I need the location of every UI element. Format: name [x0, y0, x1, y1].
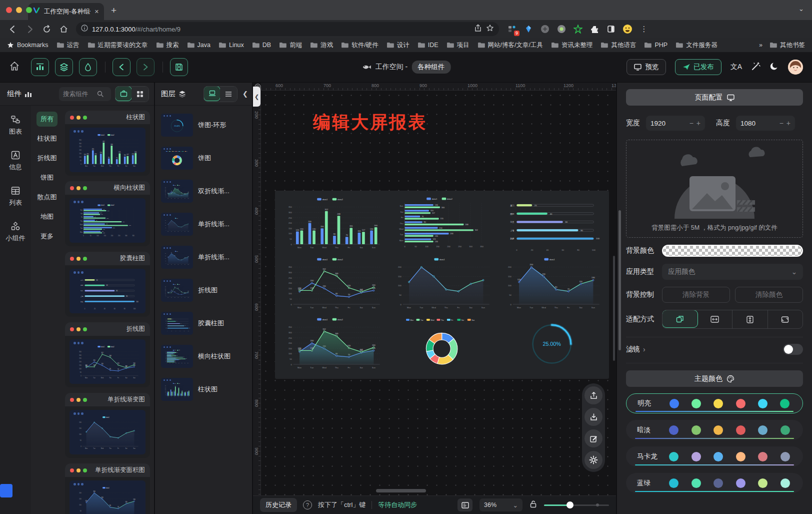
bookmark-folder[interactable]: 游戏	[310, 41, 333, 50]
theme-color-dot[interactable]	[669, 425, 678, 435]
page-config-header[interactable]: 页面配置	[626, 89, 803, 106]
extensions-puzzle-icon[interactable]	[590, 24, 600, 34]
bookmark-folder[interactable]: 软件/硬件	[341, 41, 378, 50]
share-icon[interactable]	[474, 24, 482, 34]
panel-collapse-tab[interactable]: ❮	[253, 87, 260, 107]
layers-panel-toggle-button[interactable]	[55, 58, 73, 76]
widget-capsule[interactable]: 厦门20南阳40北京60上海80新疆100020406080100	[498, 196, 605, 254]
theme-color-dot[interactable]	[736, 425, 746, 435]
theme-color-dot[interactable]	[736, 452, 746, 461]
sidebar-item-list[interactable]: 列表	[3, 182, 28, 210]
theme-color-dot[interactable]	[714, 452, 723, 461]
bookmark-folder[interactable]: PHP	[644, 42, 668, 49]
settings-gear-icon[interactable]	[584, 451, 602, 469]
bookmark-folder[interactable]: 资讯未整理	[551, 41, 593, 50]
bookmark-folder[interactable]: 其他语言	[600, 41, 636, 50]
theme-color-dot[interactable]	[714, 478, 723, 488]
help-icon[interactable]: ?	[303, 500, 312, 509]
component-card[interactable]: 折线图 data1data2050100150200250300350MonTu…	[65, 322, 150, 387]
browser-tab-active[interactable]: 工作空间-各种组件 ✕	[28, 3, 104, 20]
sidebar-item-widgets[interactable]: 小组件	[3, 217, 28, 246]
bookmark-folder[interactable]: 搜索	[156, 41, 179, 50]
theme-color-dot[interactable]	[692, 399, 701, 408]
height-minus-icon[interactable]: −	[780, 119, 784, 127]
redo-button[interactable]	[136, 58, 154, 76]
site-info-icon[interactable]	[81, 25, 88, 34]
layer-item[interactable]: MonTueWedThuFriSatSun 饼图	[159, 144, 248, 173]
extension-sidebar-icon[interactable]: 9	[507, 24, 517, 34]
panel-scrollbar[interactable]	[618, 210, 621, 350]
tab-close-icon[interactable]: ✕	[94, 9, 99, 15]
component-search[interactable]	[59, 87, 111, 101]
bookmark-folder[interactable]: 设计	[386, 41, 410, 50]
theme-color-dot[interactable]	[692, 478, 701, 488]
layer-item[interactable]: data1data2050100150200250300350MonTueWed…	[159, 177, 248, 206]
app-type-select[interactable]: 应用颜色 ⌄	[662, 264, 803, 280]
extension-circle1-icon[interactable]	[540, 24, 550, 34]
layer-item[interactable]: data1data2050100150200250300350MonTueWed…	[159, 276, 248, 305]
address-bar[interactable]: 127.0.0.1:3000/#/chart/home/9	[76, 22, 499, 36]
filter-toggle[interactable]	[783, 344, 803, 355]
width-minus-icon[interactable]: −	[690, 119, 694, 127]
theme-color-dot[interactable]	[780, 452, 790, 461]
zoom-slider[interactable]	[544, 501, 609, 508]
macos-traffic-lights[interactable]	[6, 7, 32, 13]
theme-color-dot[interactable]	[758, 478, 768, 488]
widget-pie[interactable]: MonTueWedThuFriSatSun	[388, 316, 495, 374]
other-bookmarks[interactable]: 其他书签	[770, 41, 805, 50]
theme-color-dot[interactable]	[758, 425, 768, 435]
component-card[interactable]: 单折线渐变面积图 data1050100150200MonTueWedThuFr…	[65, 463, 150, 514]
reading-list-icon[interactable]	[606, 24, 616, 34]
extension-star-icon[interactable]	[573, 24, 583, 34]
height-plus-icon[interactable]: +	[786, 119, 790, 127]
category-item[interactable]: 散点图	[34, 190, 61, 205]
tab-search-chevron-icon[interactable]: ⌄	[798, 5, 804, 13]
export-icon[interactable]	[584, 386, 602, 404]
notes-panel-icon[interactable]	[458, 498, 472, 511]
bookmark-folder[interactable]: 文件服务器	[676, 41, 718, 50]
theme-color-dot[interactable]	[692, 452, 701, 461]
theme-color-header[interactable]: 主题颜色	[626, 370, 803, 387]
component-grid-toggle[interactable]	[132, 87, 148, 102]
layer-item[interactable]: 厦门20南阳40北京60上海80新疆100020406080100 胶囊柱图	[159, 309, 248, 338]
theme-row[interactable]: 明亮	[626, 393, 803, 413]
import-icon[interactable]	[584, 408, 602, 426]
widget-line1[interactable]: data1050100150200MonTueWedThuFriSatSun	[388, 256, 495, 314]
bookmark-folder[interactable]: 运营	[56, 41, 80, 50]
category-item[interactable]: 柱状图	[34, 131, 61, 146]
fit-stretch-button[interactable]	[768, 310, 803, 328]
profile-avatar-icon[interactable]	[622, 24, 632, 34]
publish-button[interactable]: 已发布	[675, 59, 722, 75]
widget-ring[interactable]: 25.00%	[498, 316, 605, 374]
theme-color-dot[interactable]	[758, 452, 768, 461]
collapse-layers-icon[interactable]: ❮	[242, 90, 248, 98]
widget-bar[interactable]: data1data2050100150200250300350MonTueWed…	[279, 196, 386, 254]
category-item[interactable]: 折线图	[34, 151, 61, 166]
component-card[interactable]: 单折线渐变图 data1050100150200MonTueWedThuFriS…	[65, 393, 150, 458]
bookmark-folder[interactable]: Java	[187, 42, 210, 49]
theme-color-dot[interactable]	[780, 478, 790, 488]
theme-color-dot[interactable]	[780, 399, 790, 408]
layer-item[interactable]: data1data2050100150200250300350MonTueWed…	[159, 375, 248, 404]
fit-height-button[interactable]	[732, 310, 768, 328]
background-upload-dropzone[interactable]: 背景图需小于 5M ，格式为 png/jpg/gif 的文件	[626, 140, 803, 238]
charts-panel-toggle-button[interactable]	[31, 58, 49, 76]
layer-item[interactable]: data1050100150200MonTueWedThuFriSatSun 单…	[159, 210, 248, 239]
user-avatar[interactable]	[788, 60, 803, 75]
layers-thumbnail-view-toggle[interactable]	[204, 86, 220, 101]
bookmarks-overflow-icon[interactable]: »	[759, 42, 762, 49]
theme-color-dot[interactable]	[692, 425, 701, 435]
theme-color-dot[interactable]	[736, 478, 746, 488]
clear-color-button[interactable]: 清除颜色	[735, 287, 803, 303]
widget-line2[interactable]: data1data2050100150200250300350MonTueWed…	[279, 256, 386, 314]
background-color-swatch[interactable]	[662, 245, 803, 257]
theme-color-dot[interactable]	[669, 478, 678, 488]
bookmark-folder[interactable]: IDE	[418, 42, 438, 49]
sidebar-item-info[interactable]: 信息	[3, 146, 28, 175]
theme-color-dot[interactable]	[670, 399, 679, 408]
component-market-toggle[interactable]	[115, 86, 132, 101]
bookmark-folder[interactable]: 网站/博客/文章/工具	[478, 41, 543, 50]
category-item[interactable]: 饼图	[36, 170, 58, 185]
magic-wand-icon[interactable]	[751, 62, 760, 73]
category-item[interactable]: 所有	[36, 112, 58, 127]
